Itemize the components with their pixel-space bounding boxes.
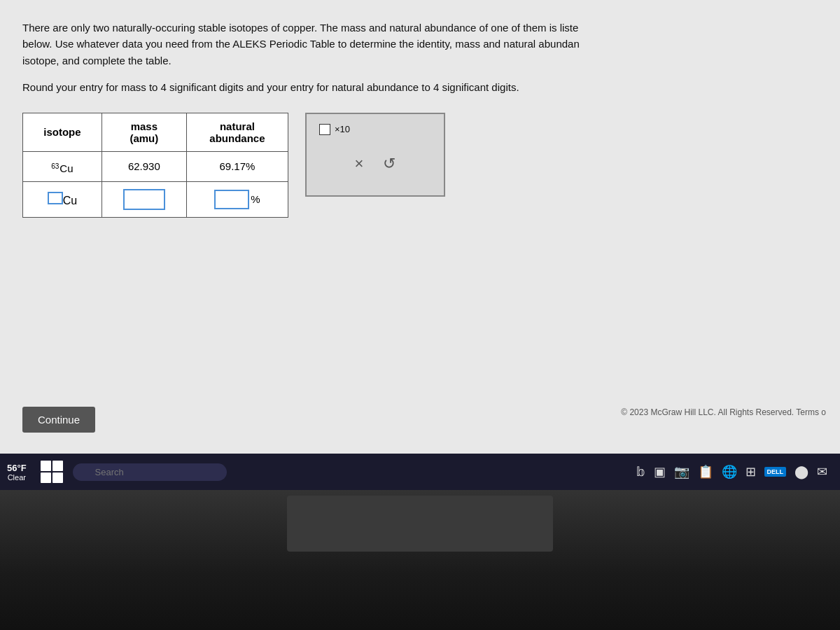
taskbar: 56°F Clear 🔍 𝕓 ▣ 📷 📋 🌐 ⊞ DELL ⬤ ✉ — [0, 454, 840, 490]
isotope-element-1: Cu — [59, 162, 73, 174]
taskbar-dell-badge: DELL — [764, 467, 787, 477]
continue-button[interactable]: Continue — [22, 407, 95, 433]
weather-condition: Clear — [8, 473, 26, 482]
instruction-line3: isotope, and complete the table. — [22, 55, 172, 66]
calc-x-button[interactable]: × — [355, 155, 364, 173]
table-row-2: Cu % — [23, 181, 288, 217]
isotope-element-2: Cu — [63, 195, 77, 207]
isotope-notation-1: 63 Cu — [51, 162, 73, 174]
instruction-line1: There are only two naturally-occuring st… — [22, 22, 578, 34]
taskbar-icon-camera[interactable]: 📷 — [674, 464, 690, 479]
taskbar-start-button[interactable] — [41, 461, 63, 483]
col-header-abundance: naturalabundance — [186, 113, 288, 151]
instruction-line2: below. Use whatever data you need from t… — [22, 38, 580, 50]
main-content: There are only two naturally-occuring st… — [0, 0, 840, 454]
mass-cell-1: 62.930 — [102, 151, 186, 181]
calculator-box: ×10 × ↺ — [305, 113, 445, 197]
isotope-cell-1: 63 Cu — [23, 151, 102, 181]
calc-undo-button[interactable]: ↺ — [383, 155, 396, 173]
taskbar-icon-circle[interactable]: ⬤ — [794, 464, 808, 479]
isotope-table: isotope mass(amu) naturalabundance 63 Cu… — [22, 113, 288, 218]
taskbar-icon-file[interactable]: 📋 — [698, 464, 713, 479]
isotope-superscript-1: 63 — [51, 162, 59, 170]
col-header-mass: mass(amu) — [102, 113, 186, 151]
isotope-superscript-input[interactable] — [48, 192, 63, 204]
taskbar-search-wrapper: 🔍 — [73, 463, 227, 481]
copyright-text: © 2023 McGraw Hill LLC. All Rights Reser… — [621, 407, 826, 417]
taskbar-weather: 56°F Clear — [7, 463, 27, 482]
abundance-input-cell: % — [200, 190, 275, 209]
taskbar-icons: 𝕓 ▣ 📷 📋 🌐 ⊞ DELL ⬤ ✉ — [636, 464, 828, 479]
round-note: Round your entry for mass to 4 significa… — [22, 81, 818, 93]
isotope-cell-2: Cu — [23, 181, 102, 217]
table-row-1: 63 Cu 62.930 69.17% — [23, 151, 288, 181]
taskbar-icon-mail[interactable]: ✉ — [817, 464, 827, 479]
instructions-block: There are only two naturally-occuring st… — [22, 20, 818, 69]
percent-sign: % — [251, 193, 260, 205]
mass-input-cell — [115, 189, 174, 210]
taskbar-search-input[interactable] — [73, 463, 227, 481]
table-section: isotope mass(amu) naturalabundance 63 Cu… — [22, 113, 818, 218]
calc-checkbox[interactable] — [319, 124, 330, 135]
calc-x10-label: ×10 — [335, 124, 350, 134]
abundance-cell-2: % — [186, 181, 288, 217]
col-header-isotope: isotope — [23, 113, 102, 151]
mass-input[interactable] — [123, 189, 165, 210]
weather-temp: 56°F — [7, 463, 27, 473]
taskbar-icon-b[interactable]: 𝕓 — [636, 464, 645, 479]
isotope-input-wrap: Cu — [48, 192, 77, 207]
abundance-cell-1: 69.17% — [186, 151, 288, 181]
taskbar-icon-edge[interactable]: 🌐 — [722, 464, 737, 479]
calc-buttons-row: × ↺ — [355, 155, 396, 173]
taskbar-icon-grid[interactable]: ⊞ — [746, 464, 756, 479]
abundance-input[interactable] — [214, 190, 249, 209]
laptop-palm-rest — [287, 496, 553, 552]
laptop-bottom-bezel — [0, 490, 840, 630]
taskbar-icon-window[interactable]: ▣ — [654, 464, 666, 479]
mass-cell-2 — [102, 181, 186, 217]
calc-top-row: ×10 — [319, 124, 350, 135]
